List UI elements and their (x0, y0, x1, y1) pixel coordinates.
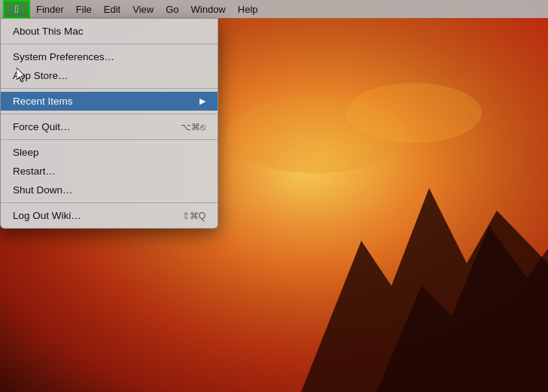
menu-separator-2 (1, 88, 218, 89)
menu-item-force-quit[interactable]: Force Quit… ⌥⌘⎋ (1, 117, 218, 136)
menu-item-shutdown-label: Shut Down… (13, 184, 73, 196)
menubar-finder[interactable]: Finder (30, 0, 70, 18)
menubar-view[interactable]: View (126, 0, 160, 18)
menu-item-logout[interactable]: Log Out Wiki… ⇧⌘Q (1, 206, 218, 225)
menubar-window[interactable]: Window (185, 0, 232, 18)
apple-menu-button[interactable]:  (3, 0, 30, 18)
menu-item-shutdown[interactable]: Shut Down… (1, 181, 218, 199)
menubar-items: Finder File Edit View Go Window Help (30, 0, 264, 18)
menu-item-logout-shortcut: ⇧⌘Q (182, 211, 206, 221)
menu-item-recent-items[interactable]: Recent Items ▶ (1, 92, 218, 111)
menu-item-sleep-label: Sleep (13, 147, 39, 158)
menu-item-force-quit-label: Force Quit… (13, 121, 71, 132)
svg-point-1 (226, 98, 406, 173)
menu-item-system-prefs[interactable]: System Preferences… (1, 47, 218, 66)
apple-dropdown-menu: About This Mac System Preferences… App S… (0, 18, 218, 229)
menu-separator-5 (1, 202, 218, 203)
menubar-go[interactable]: Go (160, 0, 184, 18)
menu-separator-3 (1, 114, 218, 114)
menu-item-about[interactable]: About This Mac (1, 22, 218, 41)
menu-item-recent-items-label: Recent Items (13, 96, 73, 107)
menu-item-app-store[interactable]: App Store… (1, 66, 218, 85)
menu-separator-4 (1, 139, 218, 140)
menu-item-logout-label: Log Out Wiki… (13, 210, 81, 221)
svg-point-2 (346, 83, 482, 143)
menubar-file[interactable]: File (70, 0, 98, 18)
menu-item-system-prefs-label: System Preferences… (13, 51, 114, 62)
menubar:  Finder File Edit View Go Window Help (0, 0, 548, 18)
submenu-arrow-icon: ▶ (199, 96, 206, 106)
menu-item-app-store-label: App Store… (13, 70, 68, 81)
apple-logo-icon:  (14, 4, 18, 14)
menu-item-about-label: About This Mac (13, 26, 84, 37)
menubar-help[interactable]: Help (232, 0, 264, 18)
menu-separator-1 (1, 44, 218, 44)
menubar-edit[interactable]: Edit (98, 0, 126, 18)
desktop:  Finder File Edit View Go Window Help A… (0, 0, 548, 392)
menu-item-force-quit-shortcut: ⌥⌘⎋ (181, 122, 206, 132)
menu-item-sleep[interactable]: Sleep (1, 143, 218, 162)
menu-item-restart-label: Restart… (13, 166, 56, 177)
menu-item-restart[interactable]: Restart… (1, 162, 218, 181)
